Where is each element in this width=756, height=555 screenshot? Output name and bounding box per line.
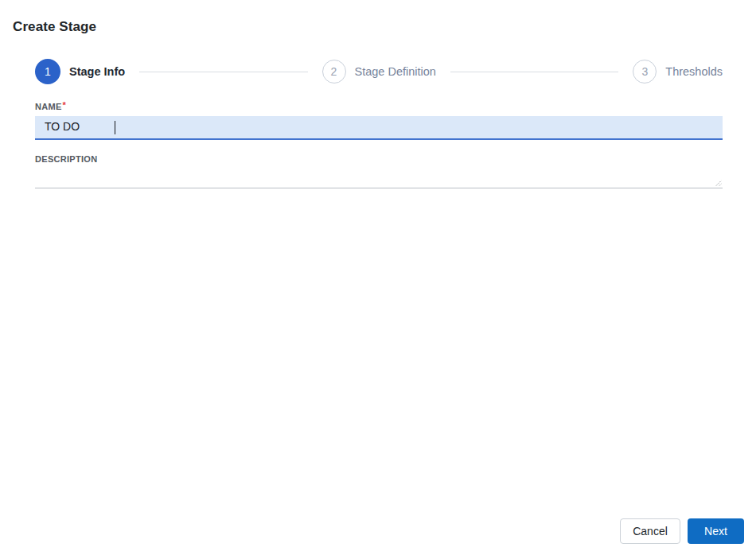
- description-label-text: DESCRIPTION: [35, 154, 97, 164]
- step-thresholds[interactable]: 3 Thresholds: [633, 60, 723, 83]
- step-1-label: Stage Info: [69, 65, 125, 78]
- name-input[interactable]: [35, 116, 723, 140]
- wizard-stepper: 1 Stage Info 2 Stage Definition 3 Thresh…: [35, 59, 723, 84]
- name-label: NAME*: [35, 102, 66, 111]
- step-stage-definition[interactable]: 2 Stage Definition: [322, 60, 436, 83]
- step-2-label: Stage Definition: [355, 65, 436, 78]
- step-connector: [450, 72, 618, 72]
- required-asterisk: *: [63, 100, 67, 110]
- description-textarea-wrap: [35, 169, 723, 188]
- step-1-badge: 1: [35, 59, 60, 84]
- footer-actions: Cancel Next: [620, 518, 744, 544]
- name-input-wrap: [35, 116, 723, 140]
- step-3-badge: 3: [633, 60, 657, 83]
- name-label-text: NAME: [35, 102, 62, 111]
- step-connector: [139, 72, 307, 72]
- step-2-badge: 2: [322, 60, 346, 83]
- description-label: DESCRIPTION: [35, 154, 97, 164]
- page-title: Create Stage: [13, 19, 96, 35]
- cancel-button[interactable]: Cancel: [620, 518, 680, 544]
- resize-grip-icon[interactable]: [714, 178, 722, 186]
- description-textarea[interactable]: [35, 169, 723, 188]
- step-stage-info[interactable]: 1 Stage Info: [35, 59, 125, 84]
- next-button[interactable]: Next: [688, 518, 744, 544]
- step-3-label: Thresholds: [665, 65, 723, 78]
- text-caret: [115, 121, 115, 134]
